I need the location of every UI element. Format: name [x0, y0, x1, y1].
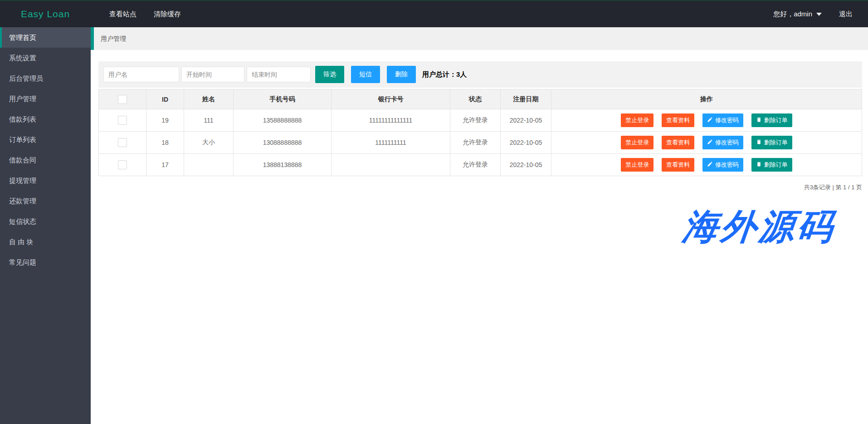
cell-date: 2022-10-05: [501, 154, 551, 176]
cell-actions: 禁止登录 查看资料 修改密码 删除订单: [551, 154, 862, 176]
delete-order-button[interactable]: 删除订单: [751, 113, 792, 127]
cell-id: 19: [146, 109, 184, 132]
pencil-icon: [707, 161, 713, 168]
sidebar: 管理首页 系统设置 后台管理员 用户管理 借款列表 订单列表 借款合同 提现管理…: [0, 27, 91, 424]
cell-bank: 1111111111: [332, 132, 450, 154]
cell-date: 2022-10-05: [501, 109, 551, 132]
user-dropdown[interactable]: 您好，admin: [766, 10, 829, 19]
breadcrumb: 用户管理: [91, 27, 868, 50]
sidebar-item-admins[interactable]: 后台管理员: [0, 68, 91, 89]
header-bank-card: 银行卡号: [332, 89, 450, 109]
cell-phone: 13088888888: [234, 132, 332, 154]
content: 筛选 短信 删除 用户总计：3人 ID 姓名 手机号码 银行卡号 状态 注册: [98, 61, 862, 192]
cell-name: 111: [184, 109, 234, 132]
header-status: 状态: [450, 89, 501, 109]
sidebar-item-users[interactable]: 用户管理: [0, 89, 91, 109]
filter-button[interactable]: 筛选: [315, 66, 344, 83]
table-header-row: ID 姓名 手机号码 银行卡号 状态 注册日期 操作: [99, 89, 862, 109]
table-row: 18 大小 13088888888 1111111111 允许登录 2022-1…: [99, 132, 862, 154]
delete-button[interactable]: 删除: [387, 66, 416, 83]
cell-phone: 13888138888: [234, 154, 332, 176]
change-password-button[interactable]: 修改密码: [702, 136, 743, 149]
top-navbar: Easy Loan 查看站点 清除缓存 您好，admin 退出: [0, 0, 868, 27]
caret-down-icon: [816, 13, 822, 16]
table-row: 19 111 13588888888 11111111111111 允许登录 2…: [99, 109, 862, 132]
header-name: 姓名: [184, 89, 234, 109]
sidebar-item-loan-list[interactable]: 借款列表: [0, 109, 91, 129]
user-total-label: 用户总计：3人: [422, 70, 467, 79]
row-checkbox[interactable]: [118, 116, 127, 125]
cell-name: 大小: [184, 132, 234, 154]
users-table: ID 姓名 手机号码 银行卡号 状态 注册日期 操作 19 111 135888…: [98, 89, 862, 176]
end-time-input[interactable]: [247, 67, 311, 82]
sidebar-item-sms-status[interactable]: 短信状态: [0, 211, 91, 232]
trash-icon: [756, 117, 762, 124]
sidebar-item-withdraw[interactable]: 提现管理: [0, 170, 91, 191]
sidebar-item-loan-contract[interactable]: 借款合同: [0, 150, 91, 170]
app-logo: Easy Loan: [0, 9, 91, 20]
sidebar-item-order-list[interactable]: 订单列表: [0, 129, 91, 150]
cell-phone: 13588888888: [234, 109, 332, 132]
navbar-menu: 查看站点 清除缓存: [101, 1, 190, 27]
ban-login-button[interactable]: 禁止登录: [621, 113, 653, 127]
cell-bank: 11111111111111: [332, 109, 450, 132]
sidebar-item-free-block[interactable]: 自 由 块: [0, 232, 91, 252]
change-password-button[interactable]: 修改密码: [702, 113, 743, 127]
select-all-checkbox[interactable]: [118, 95, 127, 104]
cell-id: 17: [146, 154, 184, 176]
nav-item-clear-cache[interactable]: 清除缓存: [145, 10, 190, 19]
filter-bar: 筛选 短信 删除 用户总计：3人: [98, 61, 862, 88]
delete-order-button[interactable]: 删除订单: [751, 136, 792, 149]
start-time-input[interactable]: [181, 67, 244, 82]
header-register-date: 注册日期: [501, 89, 551, 109]
navbar-right: 您好，admin 退出: [766, 10, 868, 19]
cell-bank: [332, 154, 450, 176]
header-select-all: [99, 89, 146, 109]
view-profile-button[interactable]: 查看资料: [662, 136, 694, 149]
sidebar-item-faq[interactable]: 常见问题: [0, 252, 91, 272]
pagination-summary: 共3条记录 | 第 1 / 1 页: [98, 183, 862, 192]
main-area: 用户管理 筛选 短信 删除 用户总计：3人 ID 姓名: [91, 27, 868, 424]
header-actions: 操作: [551, 89, 862, 109]
watermark-text: 海外源码: [680, 203, 838, 251]
cell-actions: 禁止登录 查看资料 修改密码 删除订单: [551, 109, 862, 132]
view-profile-button[interactable]: 查看资料: [662, 113, 694, 127]
trash-icon: [756, 161, 762, 168]
sidebar-item-system-settings[interactable]: 系统设置: [0, 48, 91, 68]
nav-item-view-site[interactable]: 查看站点: [101, 10, 145, 19]
username-input[interactable]: [103, 67, 179, 82]
row-checkbox[interactable]: [118, 160, 127, 169]
logout-button[interactable]: 退出: [829, 10, 868, 19]
pencil-icon: [707, 117, 713, 124]
table-row: 17 13888138888 允许登录 2022-10-05 禁止登录 查看资料…: [99, 154, 862, 176]
header-id: ID: [146, 89, 184, 109]
cell-date: 2022-10-05: [501, 132, 551, 154]
sms-button[interactable]: 短信: [351, 66, 380, 83]
change-password-button[interactable]: 修改密码: [702, 158, 743, 172]
sidebar-item-repayment[interactable]: 还款管理: [0, 191, 91, 211]
header-phone: 手机号码: [234, 89, 332, 109]
pencil-icon: [707, 139, 713, 146]
cell-actions: 禁止登录 查看资料 修改密码 删除订单: [551, 132, 862, 154]
view-profile-button[interactable]: 查看资料: [662, 158, 694, 172]
ban-login-button[interactable]: 禁止登录: [621, 158, 653, 172]
delete-order-button[interactable]: 删除订单: [751, 158, 792, 172]
greeting-text: 您好，admin: [773, 10, 812, 19]
cell-id: 18: [146, 132, 184, 154]
ban-login-button[interactable]: 禁止登录: [621, 136, 653, 149]
cell-status: 允许登录: [450, 132, 501, 154]
cell-status: 允许登录: [450, 154, 501, 176]
cell-status: 允许登录: [450, 109, 501, 132]
row-checkbox[interactable]: [118, 138, 127, 147]
sidebar-item-dashboard[interactable]: 管理首页: [0, 27, 91, 48]
trash-icon: [756, 139, 762, 146]
cell-name: [184, 154, 234, 176]
